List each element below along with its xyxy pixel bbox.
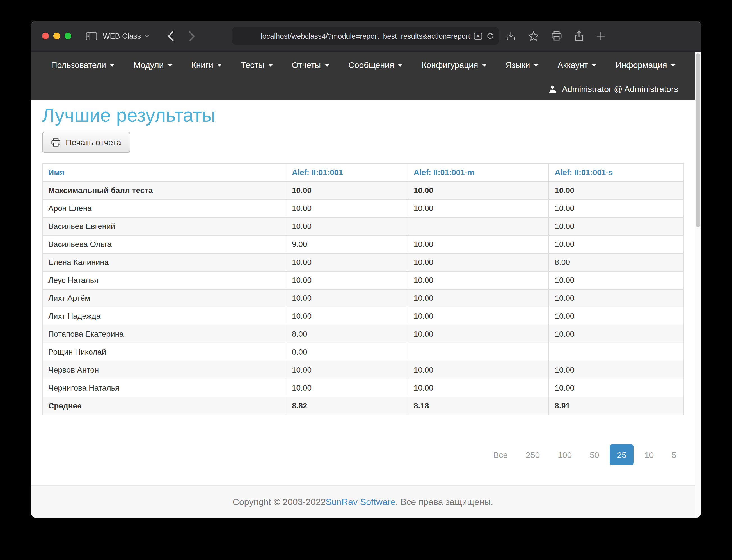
- nav-item-5[interactable]: Отчеты: [291, 60, 329, 70]
- nav-item-8[interactable]: Языки: [506, 60, 538, 70]
- row-value-cell: 10.00: [286, 253, 408, 271]
- rights-text: . Все права защищены.: [396, 497, 493, 507]
- table-row: Чернигова Наталья10.0010.0010.00: [42, 379, 683, 397]
- reload-icon[interactable]: [487, 32, 494, 40]
- row-value-cell: 10.00: [286, 289, 408, 307]
- nav-item-label: Книги: [191, 60, 213, 70]
- row-value-cell: [408, 343, 549, 361]
- url-text: localhost/webclass4/?module=report_best_…: [261, 32, 470, 40]
- translate-icon[interactable]: A: [474, 32, 482, 40]
- window-controls: [42, 33, 71, 39]
- nav-item-9[interactable]: Аккаунт: [557, 60, 596, 70]
- minimize-window-button[interactable]: [53, 33, 60, 39]
- nav-item-7[interactable]: Конфигурация: [422, 60, 487, 70]
- row-value-cell: 10.00: [549, 217, 683, 235]
- table-row: Леус Наталья10.0010.0010.00: [42, 271, 683, 289]
- row-value-cell: [549, 343, 683, 361]
- share-icon[interactable]: [574, 31, 584, 41]
- row-value-cell: 10.00: [549, 182, 683, 199]
- nav-item-label: Сообщения: [348, 60, 394, 70]
- table-row: Лихт Артём10.0010.0010.00: [42, 289, 683, 307]
- bookmark-star-icon[interactable]: [528, 31, 539, 41]
- table-row: Елена Калинина10.0010.008.00: [42, 253, 683, 271]
- scrollbar-thumb[interactable]: [696, 53, 700, 227]
- row-name-cell: Чернигова Наталья: [42, 379, 286, 397]
- main-content: Лучшие результаты Печать отчета ИмяAlef:…: [31, 104, 695, 489]
- row-value-cell: 10.00: [286, 217, 408, 235]
- footer: Copyright © 2003-2022 SunRav Software. В…: [31, 485, 695, 518]
- scrollbar-track[interactable]: [695, 52, 701, 518]
- page-size-option-1[interactable]: Все: [486, 444, 515, 465]
- row-value-cell: 10.00: [549, 325, 683, 343]
- nav-item-2[interactable]: Модули: [134, 60, 172, 70]
- downloads-icon[interactable]: [506, 31, 516, 41]
- table-row: Лихт Надежда10.0010.0010.00: [42, 307, 683, 325]
- forward-button[interactable]: [184, 28, 200, 44]
- row-value-cell: 10.00: [549, 379, 683, 397]
- row-name-cell: Елена Калинина: [42, 253, 286, 271]
- nav-item-6[interactable]: Сообщения: [348, 60, 403, 70]
- print-icon[interactable]: [551, 31, 562, 41]
- row-name-cell: Лихт Надежда: [42, 307, 286, 325]
- row-value-cell: 9.00: [286, 235, 408, 253]
- row-value-cell: 10.00: [286, 361, 408, 379]
- row-value-cell: 10.00: [408, 307, 549, 325]
- tab-title[interactable]: WEB Class: [103, 32, 150, 40]
- printer-icon: [51, 138, 61, 147]
- nav-item-label: Модули: [134, 60, 164, 70]
- row-name-cell: Потапова Екатерина: [42, 325, 286, 343]
- chevron-down-icon: [217, 64, 222, 67]
- column-header-3: Alef: II:01:001-m: [408, 164, 549, 182]
- page-size-option-4[interactable]: 50: [582, 444, 606, 465]
- row-name-cell: Васильев Евгений: [42, 217, 286, 235]
- row-value-cell: 10.00: [549, 271, 683, 289]
- chevron-down-icon: [167, 64, 172, 67]
- zoom-window-button[interactable]: [65, 33, 71, 39]
- account-status[interactable]: Administrator @ Administrators: [549, 84, 678, 94]
- table-row: Васильева Ольга9.0010.0010.00: [42, 235, 683, 253]
- table-row: Среднее8.828.188.91: [42, 397, 683, 415]
- nav-item-1[interactable]: Пользователи: [51, 60, 114, 70]
- nav-item-label: Отчеты: [291, 60, 321, 70]
- row-value-cell: 10.00: [549, 361, 683, 379]
- table-head: ИмяAlef: II:01:001Alef: II:01:001-mAlef:…: [42, 164, 683, 182]
- row-value-cell: 10.00: [408, 379, 549, 397]
- row-value-cell: 10.00: [549, 307, 683, 325]
- back-button[interactable]: [163, 28, 179, 44]
- row-value-cell: 8.82: [286, 397, 408, 415]
- chevron-down-icon: [482, 64, 487, 67]
- page-size-option-3[interactable]: 100: [550, 444, 579, 465]
- sunrav-link[interactable]: SunRav Software: [325, 497, 396, 507]
- sidebar-toggle-icon[interactable]: [86, 32, 97, 40]
- row-value-cell: 10.00: [408, 325, 549, 343]
- page-size-option-2[interactable]: 250: [519, 444, 547, 465]
- row-name-cell: Рощин Николай: [42, 343, 286, 361]
- nav-item-10[interactable]: Информация: [616, 60, 676, 70]
- row-value-cell: 8.18: [408, 397, 549, 415]
- page-title: Лучшие результаты: [42, 104, 684, 126]
- table-body: Максимальный балл теста10.0010.0010.00Ар…: [42, 182, 683, 415]
- row-value-cell: 10.00: [408, 253, 549, 271]
- address-bar[interactable]: localhost/webclass4/?module=report_best_…: [232, 27, 499, 45]
- chevron-down-icon: [325, 64, 329, 67]
- row-name-cell: Васильева Ольга: [42, 235, 286, 253]
- row-value-cell: 8.91: [549, 397, 683, 415]
- close-window-button[interactable]: [42, 33, 49, 39]
- nav-item-3[interactable]: Книги: [191, 60, 222, 70]
- pagination: Все2501005025105: [42, 444, 684, 465]
- row-value-cell: 10.00: [408, 289, 549, 307]
- nav-item-label: Тесты: [241, 60, 264, 70]
- nav-item-4[interactable]: Тесты: [241, 60, 273, 70]
- print-report-button[interactable]: Печать отчета: [42, 132, 130, 153]
- row-name-cell: Арон Елена: [42, 199, 286, 217]
- new-tab-icon[interactable]: [596, 31, 606, 41]
- nav-item-label: Информация: [616, 60, 667, 70]
- row-value-cell: 10.00: [549, 199, 683, 217]
- table-row: Арон Елена10.0010.0010.00: [42, 199, 683, 217]
- row-value-cell: 10.00: [286, 379, 408, 397]
- page-size-option-5[interactable]: 25: [610, 444, 634, 465]
- page-size-option-6[interactable]: 10: [637, 444, 661, 465]
- page-size-option-7[interactable]: 5: [664, 444, 684, 465]
- print-report-label: Печать отчета: [66, 137, 121, 147]
- table-row: Васильев Евгений10.0010.00: [42, 217, 683, 235]
